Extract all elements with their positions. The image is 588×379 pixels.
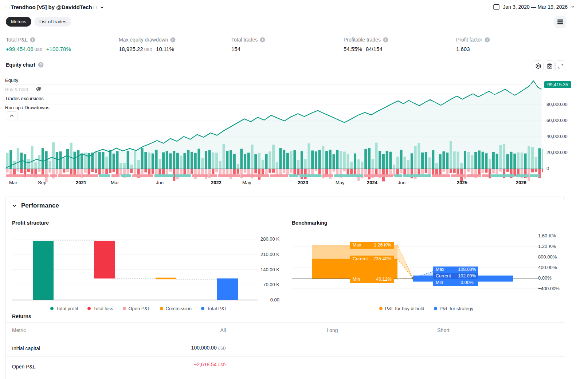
chart-snapshot-button[interactable] (544, 60, 555, 71)
trade-strip (490, 174, 515, 177)
runup-bar (290, 151, 293, 169)
runup-bar (244, 154, 246, 169)
runup-bar (215, 153, 218, 169)
runup-bar (77, 150, 79, 169)
drawdown-bar (389, 169, 392, 174)
trade-strip (482, 174, 489, 177)
drawdown-bar (176, 169, 179, 179)
chevron-down-icon[interactable] (100, 5, 104, 9)
legend-item-equity[interactable]: Equity (5, 76, 543, 85)
runup-bar (432, 150, 434, 169)
runup-bar (166, 151, 168, 169)
runup-bar (109, 150, 111, 169)
runup-bar (315, 151, 317, 169)
metric-value: 154 (231, 46, 240, 52)
trade-strip (289, 174, 298, 177)
drawdown-bar (212, 169, 214, 174)
tab-metrics[interactable]: Metrics (6, 17, 31, 27)
layout-rows-button[interactable] (554, 16, 567, 28)
drawdown-bar (485, 169, 487, 173)
runup-bar (517, 153, 520, 169)
drawdown-bar (418, 169, 420, 175)
legend-item[interactable]: Total profit (50, 306, 78, 311)
runup-bar (283, 150, 285, 169)
runup-bar (137, 160, 140, 169)
runup-bar (418, 143, 420, 169)
runup-bar (414, 146, 417, 169)
legend-item[interactable]: Commission (160, 306, 192, 311)
y-axis-label: 210.00 K (257, 252, 279, 257)
y-axis-label: 1.60 K% (538, 233, 562, 238)
chevron-down-icon[interactable] (12, 204, 17, 208)
runup-bar (531, 147, 534, 169)
y-axis-label: 80,000.00 (546, 102, 568, 107)
runup-bar (307, 143, 310, 169)
legend-item[interactable]: Open P&L (123, 306, 150, 311)
runup-bar (279, 148, 282, 169)
y-axis-label: 20,000.00 (546, 150, 568, 155)
drawdown-bar (450, 169, 452, 173)
metric-max-drawdown: Max equity drawdowni 18,925.22USD10.11% (119, 37, 176, 52)
legend-item-runup-drawdowns[interactable]: Run-up / Drawdowns (5, 103, 543, 112)
tab-list-of-trades[interactable]: List of trades (34, 17, 71, 27)
runup-bar (382, 154, 385, 169)
benchmarking-chart[interactable] (291, 230, 561, 314)
runup-bar (403, 157, 406, 169)
trade-strip (323, 174, 333, 177)
legend-label: Total profit (56, 306, 78, 311)
date-range-label: Jan 3, 2020 — Mar 19, 2026 (503, 4, 568, 10)
info-icon[interactable]: i (170, 37, 176, 43)
x-axis-label: 2024 (367, 180, 377, 185)
profit-structure-chart[interactable] (11, 230, 281, 314)
total-pnl-bar (217, 279, 238, 300)
info-icon[interactable]: i (260, 37, 265, 43)
x-axis-label: 2023 (298, 180, 308, 185)
legend-dot (50, 307, 54, 310)
drawdown-bar (6, 169, 9, 173)
trade-strip (58, 174, 81, 177)
drawdown-bar (102, 169, 104, 174)
legend-dot (160, 307, 163, 310)
legend-item[interactable]: P&L for strategy (434, 306, 474, 311)
runup-bar (197, 149, 200, 169)
info-icon[interactable]: i (30, 37, 35, 43)
runup-bar (389, 152, 392, 169)
drawdown-bar (492, 169, 495, 173)
drawdown-bar (531, 169, 534, 172)
svg-text:i: i (32, 38, 33, 42)
commission-bar (156, 278, 176, 280)
legend-item[interactable]: P&L for buy & hold (379, 306, 424, 311)
runup-bar (233, 154, 236, 169)
runup-bar (247, 153, 250, 169)
range-badge: Current735.40% (350, 256, 394, 262)
x-axis-label: 2026 (516, 180, 526, 185)
calendar-icon (493, 3, 500, 10)
chart-settings-button[interactable] (533, 60, 544, 71)
drawdown-bar (343, 169, 346, 171)
legend-item[interactable]: Total P&L (201, 306, 227, 311)
runup-bar (169, 153, 172, 169)
metric-label: Profit factor (456, 37, 482, 43)
eye-off-icon[interactable] (35, 86, 42, 92)
date-range-picker[interactable]: Jan 3, 2020 — Mar 19, 2026 (493, 3, 575, 10)
info-icon[interactable]: i (383, 37, 388, 43)
help-icon[interactable]: ? (38, 62, 44, 68)
runup-bar (38, 155, 40, 169)
chart-fullscreen-button[interactable] (555, 60, 566, 71)
legend-label: Trades excursions (5, 96, 44, 101)
runup-bar (268, 151, 271, 169)
drawdown-bar (31, 169, 34, 174)
legend-item[interactable]: Total loss (87, 306, 113, 311)
badge-label: Max (433, 267, 456, 273)
drawdown-bar (237, 169, 239, 174)
legend-item-buy-hold[interactable]: Buy & hold (5, 85, 543, 94)
trade-strip (154, 174, 174, 177)
runup-bar (467, 152, 470, 169)
collapse-legend-button[interactable] (6, 111, 17, 120)
runup-bar (386, 151, 388, 169)
drawdown-bar (48, 169, 51, 173)
info-icon[interactable]: i (485, 37, 490, 43)
legend-item-trades-excursions[interactable]: Trades excursions (5, 94, 543, 103)
runup-bar (485, 153, 487, 169)
equity-chart-title: Equity chart (6, 62, 35, 68)
